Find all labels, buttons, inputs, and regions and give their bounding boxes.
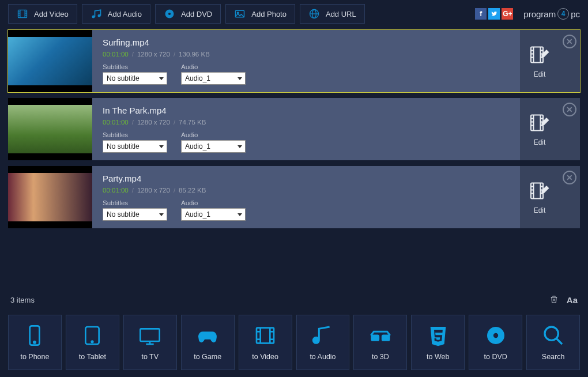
svg-rect-16	[531, 47, 543, 62]
thumbnail	[8, 98, 92, 160]
remove-item-button[interactable]: ✕	[563, 103, 576, 116]
to-dvd-button[interactable]: to DVD	[469, 315, 522, 370]
target-label: to 3D	[372, 353, 389, 361]
audio-label: Audio	[181, 131, 246, 138]
file-meta: 00:01:00/1280 x 720/74.75 KB	[103, 119, 510, 126]
facebook-button[interactable]: f	[475, 8, 487, 20]
search-icon	[542, 324, 565, 347]
edit-button[interactable]: Edit	[520, 166, 559, 228]
subtitle-select[interactable]: No subtitle	[103, 72, 167, 85]
film-edit-icon	[529, 44, 550, 67]
remove-item-button[interactable]: ✕	[563, 171, 576, 184]
film-icon	[17, 8, 28, 20]
to-tv-button[interactable]: to TV	[123, 315, 177, 370]
item-info: In The Park.mp4 00:01:00/1280 x 720/74.7…	[92, 98, 520, 160]
audio-icon	[311, 324, 334, 347]
audio-select[interactable]: Audio_1	[181, 140, 246, 153]
target-label: to Web	[427, 353, 449, 361]
svg-point-61	[493, 333, 498, 338]
brand-p2: 4	[561, 10, 566, 18]
svg-line-63	[556, 338, 562, 344]
target-label: Search	[542, 353, 565, 361]
add-url-button[interactable]: Add URL	[300, 4, 365, 24]
audio-select[interactable]: Audio_1	[181, 72, 246, 85]
item-info: Surfing.mp4 00:01:00/1280 x 720/130.96 K…	[92, 30, 520, 92]
svg-rect-59	[382, 335, 389, 340]
status-bar: 3 items Aa	[0, 290, 588, 310]
add-video-button[interactable]: Add Video	[8, 4, 77, 24]
top-toolbar: Add Video Add Audio Add DVD Add Photo Ad…	[0, 0, 588, 28]
svg-point-44	[34, 341, 36, 343]
target-label: to Game	[194, 353, 221, 361]
edit-label: Edit	[534, 138, 546, 146]
brand-p1: program	[523, 9, 556, 19]
file-size: 85.22 KB	[179, 187, 206, 194]
film-edit-icon	[529, 180, 550, 203]
to-audio-button[interactable]: to Audio	[296, 315, 350, 370]
dimensions: 1280 x 720	[137, 119, 170, 126]
to-phone-button[interactable]: to Phone	[8, 315, 62, 370]
audio-select[interactable]: Audio_1	[181, 208, 246, 221]
target-label: to Video	[252, 353, 278, 361]
add-dvd-button[interactable]: Add DVD	[155, 4, 221, 24]
file-meta: 00:01:00/1280 x 720/85.22 KB	[103, 187, 510, 194]
remove-item-button[interactable]: ✕	[563, 35, 576, 48]
svg-rect-58	[372, 335, 379, 340]
list-item[interactable]: Party.mp4 00:01:00/1280 x 720/85.22 KB S…	[8, 166, 580, 228]
subtitle-label: Subtitles	[103, 131, 167, 138]
video-icon	[254, 324, 277, 347]
file-name: Party.mp4	[103, 174, 510, 183]
disc-icon	[164, 8, 175, 20]
duration: 00:01:00	[103, 187, 129, 194]
list-item[interactable]: In The Park.mp4 00:01:00/1280 x 720/74.7…	[8, 98, 580, 160]
file-size: 74.75 KB	[179, 119, 206, 126]
to-video-button[interactable]: to Video	[239, 315, 292, 370]
subtitle-select[interactable]: No subtitle	[103, 140, 167, 153]
file-list: Surfing.mp4 00:01:00/1280 x 720/130.96 K…	[0, 28, 588, 228]
font-icon[interactable]: Aa	[567, 295, 578, 305]
subtitle-label: Subtitles	[103, 63, 167, 70]
search-button[interactable]: Search	[526, 315, 580, 370]
subtitle-select[interactable]: No subtitle	[103, 208, 167, 221]
thumbnail	[8, 166, 92, 228]
social-links: f G+	[475, 8, 513, 20]
to-3d-button[interactable]: to 3D	[353, 315, 407, 370]
duration: 00:01:00	[103, 51, 129, 58]
target-label: to TV	[141, 353, 159, 361]
output-targets: to Phone to Tablet to TV to Game to Vide…	[0, 310, 588, 377]
svg-rect-25	[531, 115, 543, 130]
dimensions: 1280 x 720	[137, 187, 170, 194]
add-dvd-label: Add DVD	[181, 10, 212, 18]
tablet-icon	[81, 324, 104, 347]
add-audio-button[interactable]: Add Audio	[82, 4, 150, 24]
film-edit-icon	[529, 112, 550, 135]
to-tablet-button[interactable]: to Tablet	[66, 315, 119, 370]
to-web-button[interactable]: to Web	[411, 315, 465, 370]
twitter-button[interactable]	[488, 8, 500, 20]
edit-label: Edit	[534, 206, 546, 214]
target-label: to Audio	[310, 353, 336, 361]
file-name: In The Park.mp4	[103, 105, 510, 115]
svg-rect-47	[141, 329, 160, 341]
list-item[interactable]: Surfing.mp4 00:01:00/1280 x 720/130.96 K…	[8, 30, 580, 92]
svg-rect-50	[257, 328, 274, 344]
svg-point-10	[168, 13, 171, 15]
music-icon	[91, 8, 102, 20]
trash-icon[interactable]	[549, 295, 559, 306]
item-count: 3 items	[10, 296, 35, 304]
brand-logo: program 4 pc	[523, 8, 580, 20]
edit-button[interactable]: Edit	[520, 30, 559, 92]
thumbnail	[8, 30, 92, 92]
brand-p3: pc	[571, 9, 580, 19]
phone-icon	[23, 324, 46, 347]
googleplus-button[interactable]: G+	[502, 8, 513, 20]
target-label: to Tablet	[79, 353, 106, 361]
duration: 00:01:00	[103, 119, 129, 126]
add-video-label: Add Video	[34, 10, 69, 18]
add-photo-button[interactable]: Add Photo	[225, 4, 295, 24]
edit-button[interactable]: Edit	[520, 98, 559, 160]
tv-icon	[138, 324, 161, 347]
html5-icon	[427, 324, 450, 347]
item-info: Party.mp4 00:01:00/1280 x 720/85.22 KB S…	[92, 166, 520, 228]
to-game-button[interactable]: to Game	[181, 315, 235, 370]
